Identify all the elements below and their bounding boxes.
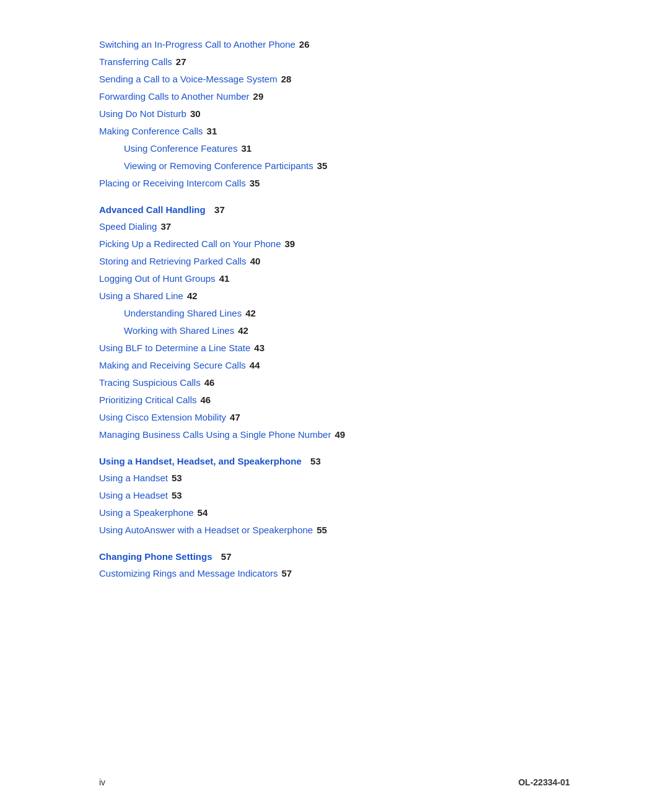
toc-entry-autoanswer[interactable]: Using AutoAnswer with a Headset or Speak… (99, 523, 570, 538)
toc-link-prioritizing[interactable]: Prioritizing Critical Calls (99, 393, 197, 408)
toc-link-switching[interactable]: Switching an In-Progress Call to Another… (99, 37, 295, 52)
toc-link-dnd[interactable]: Using Do Not Disturb (99, 107, 186, 121)
footer-page-number: iv (99, 777, 105, 787)
toc-page-transferring: 27 (176, 55, 186, 69)
toc-page-blf: 43 (254, 341, 265, 356)
toc-entry-hunt-groups[interactable]: Logging Out of Hunt Groups41 (99, 271, 570, 286)
toc-page-forwarding: 29 (253, 89, 264, 104)
toc-entry-customizing-rings[interactable]: Customizing Rings and Message Indicators… (99, 566, 570, 581)
toc-page-customizing-rings: 57 (281, 566, 292, 581)
toc-page-sending: 28 (281, 72, 292, 87)
toc-entry-extension-mobility[interactable]: Using Cisco Extension Mobility47 (99, 410, 570, 425)
toc-link-understanding-shared[interactable]: Understanding Shared Lines (124, 306, 242, 321)
section-heading-page-changing-phone-settings: 57 (216, 551, 232, 562)
toc-page-speakerphone: 54 (198, 505, 208, 520)
toc-page-extension-mobility: 47 (230, 410, 240, 425)
toc-link-speed-dialing[interactable]: Speed Dialing (99, 219, 157, 234)
toc-page-working-shared: 42 (238, 323, 248, 338)
toc-entry-picking-up[interactable]: Picking Up a Redirected Call on Your Pho… (99, 237, 570, 251)
toc-link-managing-business[interactable]: Managing Business Calls Using a Single P… (99, 427, 331, 442)
page-footer: iv OL-22334-01 (0, 777, 669, 787)
toc-page-conf-participants: 35 (317, 159, 328, 173)
toc-link-picking-up[interactable]: Picking Up a Redirected Call on Your Pho… (99, 237, 281, 251)
toc-link-parked-calls[interactable]: Storing and Retrieving Parked Calls (99, 254, 247, 269)
toc-link-sending[interactable]: Sending a Call to a Voice-Message System (99, 72, 278, 87)
initial-entries: Switching an In-Progress Call to Another… (99, 37, 570, 191)
toc-entry-switching[interactable]: Switching an In-Progress Call to Another… (99, 37, 570, 52)
footer-doc-id: OL-22334-01 (518, 777, 570, 787)
section-heading-advanced-call-handling[interactable]: Advanced Call Handling 37 (99, 204, 570, 216)
toc-entry-speed-dialing[interactable]: Speed Dialing37 (99, 219, 570, 234)
toc-entry-forwarding[interactable]: Forwarding Calls to Another Number29 (99, 89, 570, 104)
toc-page-switching: 26 (299, 37, 310, 52)
toc-entry-working-shared[interactable]: Working with Shared Lines42 (99, 323, 570, 338)
toc-link-hunt-groups[interactable]: Logging Out of Hunt Groups (99, 271, 216, 286)
toc-link-working-shared[interactable]: Working with Shared Lines (124, 323, 234, 338)
toc-entry-tracing[interactable]: Tracing Suspicious Calls46 (99, 375, 570, 390)
toc-page-managing-business: 49 (334, 427, 345, 442)
sections-container: Advanced Call Handling 37Speed Dialing37… (99, 204, 570, 581)
section-heading-handset-headset-speakerphone[interactable]: Using a Handset, Headset, and Speakerpho… (99, 456, 570, 467)
section-heading-link-changing-phone-settings[interactable]: Changing Phone Settings (99, 551, 212, 562)
toc-entry-managing-business[interactable]: Managing Business Calls Using a Single P… (99, 427, 570, 442)
toc-link-shared-line[interactable]: Using a Shared Line (99, 289, 183, 303)
toc-page-shared-line: 42 (187, 289, 198, 303)
toc-entry-parked-calls[interactable]: Storing and Retrieving Parked Calls40 (99, 254, 570, 269)
toc-entry-intercom[interactable]: Placing or Receiving Intercom Calls35 (99, 176, 570, 191)
toc-link-customizing-rings[interactable]: Customizing Rings and Message Indicators (99, 566, 278, 581)
toc-entry-shared-line[interactable]: Using a Shared Line42 (99, 289, 570, 303)
toc-link-conf-participants[interactable]: Viewing or Removing Conference Participa… (124, 159, 313, 173)
toc-entry-blf[interactable]: Using BLF to Determine a Line State43 (99, 341, 570, 356)
toc-entry-headset[interactable]: Using a Headset53 (99, 488, 570, 503)
toc-page-parked-calls: 40 (250, 254, 261, 269)
toc-entry-prioritizing[interactable]: Prioritizing Critical Calls46 (99, 393, 570, 408)
toc-entry-transferring[interactable]: Transferring Calls27 (99, 55, 570, 69)
toc-page-understanding-shared: 42 (245, 306, 256, 321)
toc-entry-conf-participants[interactable]: Viewing or Removing Conference Participa… (99, 159, 570, 173)
toc-page-conf-calls: 31 (207, 124, 217, 139)
toc-entry-handset[interactable]: Using a Handset53 (99, 471, 570, 486)
toc-page-prioritizing: 46 (201, 393, 211, 408)
section-heading-page-handset-headset-speakerphone: 53 (305, 456, 321, 466)
toc-page-conf-features: 31 (241, 141, 251, 156)
toc-page-secure-calls: 44 (250, 358, 260, 373)
toc-entry-dnd[interactable]: Using Do Not Disturb30 (99, 107, 570, 121)
toc-entry-conf-features[interactable]: Using Conference Features31 (99, 141, 570, 156)
toc-page-tracing: 46 (204, 375, 215, 390)
section-heading-link-handset-headset-speakerphone[interactable]: Using a Handset, Headset, and Speakerpho… (99, 456, 302, 466)
toc-entry-secure-calls[interactable]: Making and Receiving Secure Calls44 (99, 358, 570, 373)
toc-page-intercom: 35 (250, 176, 260, 191)
toc-link-headset[interactable]: Using a Headset (99, 488, 168, 503)
toc-page-headset: 53 (172, 488, 182, 503)
toc-link-autoanswer[interactable]: Using AutoAnswer with a Headset or Speak… (99, 523, 313, 538)
toc-link-speakerphone[interactable]: Using a Speakerphone (99, 505, 194, 520)
toc-page-dnd: 30 (190, 107, 201, 121)
toc-container: Switching an In-Progress Call to Another… (99, 37, 570, 581)
toc-page-speed-dialing: 37 (160, 219, 171, 234)
toc-entry-sending[interactable]: Sending a Call to a Voice-Message System… (99, 72, 570, 87)
toc-entry-understanding-shared[interactable]: Understanding Shared Lines42 (99, 306, 570, 321)
toc-page-handset: 53 (172, 471, 182, 486)
toc-link-conf-calls[interactable]: Making Conference Calls (99, 124, 203, 139)
toc-link-conf-features[interactable]: Using Conference Features (124, 141, 237, 156)
section-heading-changing-phone-settings[interactable]: Changing Phone Settings 57 (99, 551, 570, 562)
toc-link-transferring[interactable]: Transferring Calls (99, 55, 172, 69)
toc-link-tracing[interactable]: Tracing Suspicious Calls (99, 375, 201, 390)
toc-entry-speakerphone[interactable]: Using a Speakerphone54 (99, 505, 570, 520)
section-heading-page-advanced-call-handling: 37 (209, 204, 225, 215)
toc-entry-conf-calls[interactable]: Making Conference Calls31 (99, 124, 570, 139)
toc-page-picking-up: 39 (285, 237, 295, 251)
toc-link-forwarding[interactable]: Forwarding Calls to Another Number (99, 89, 250, 104)
toc-link-extension-mobility[interactable]: Using Cisco Extension Mobility (99, 410, 226, 425)
toc-link-secure-calls[interactable]: Making and Receiving Secure Calls (99, 358, 246, 373)
toc-link-blf[interactable]: Using BLF to Determine a Line State (99, 341, 250, 356)
toc-page-hunt-groups: 41 (219, 271, 230, 286)
toc-page-autoanswer: 55 (317, 523, 327, 538)
section-heading-link-advanced-call-handling[interactable]: Advanced Call Handling (99, 204, 206, 215)
toc-link-intercom[interactable]: Placing or Receiving Intercom Calls (99, 176, 246, 191)
toc-link-handset[interactable]: Using a Handset (99, 471, 168, 486)
